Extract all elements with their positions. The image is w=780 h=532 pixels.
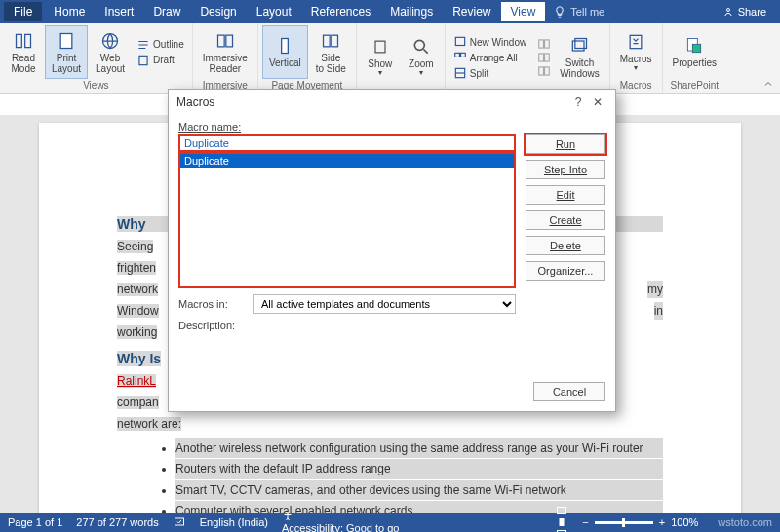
step-into-button[interactable]: Step Into: [526, 160, 605, 179]
menu-review[interactable]: Review: [443, 2, 500, 21]
side-to-side-button[interactable]: Side to Side: [310, 25, 352, 79]
svg-rect-3: [139, 56, 147, 64]
dialog-close-button[interactable]: ✕: [588, 95, 607, 109]
collapse-ribbon-button[interactable]: [762, 78, 774, 90]
edit-button[interactable]: Edit: [526, 185, 605, 205]
book-check-icon: [173, 516, 186, 528]
svg-rect-18: [545, 67, 550, 75]
reset-window-icon[interactable]: [536, 51, 552, 64]
macros-button[interactable]: Macros▾: [614, 25, 658, 79]
zoom-out-button[interactable]: −: [582, 516, 588, 528]
menu-view[interactable]: View: [501, 2, 546, 21]
outline-icon: [136, 38, 150, 52]
page-count[interactable]: Page 1 of 1: [8, 516, 62, 528]
cancel-button[interactable]: Cancel: [533, 382, 605, 401]
zoom-button[interactable]: Zoom▾: [402, 25, 441, 90]
new-window-button[interactable]: New Window: [449, 34, 530, 50]
heading-2: Why Is: [117, 351, 161, 366]
organizer-button[interactable]: Organizer...: [526, 261, 605, 281]
web-layout-button[interactable]: Web Layout: [90, 25, 131, 79]
list-item: Another wireless network configuration u…: [176, 438, 663, 458]
vertical-button[interactable]: Vertical: [262, 25, 308, 79]
print-view-icon: [555, 516, 568, 528]
menu-references[interactable]: References: [301, 2, 380, 21]
status-bar: Page 1 of 1 277 of 277 words English (In…: [0, 513, 780, 532]
share-button[interactable]: Share: [713, 3, 776, 20]
run-button[interactable]: Run: [526, 134, 605, 154]
macro-name-label: Macro name:: [178, 121, 516, 133]
group-sharepoint-label: SharePoint: [671, 79, 719, 93]
description-box[interactable]: [178, 333, 516, 366]
vertical-icon: [275, 36, 294, 56]
sync-scroll-icon[interactable]: [536, 37, 552, 51]
svg-rect-1: [60, 33, 72, 48]
chevron-up-icon: [762, 78, 774, 90]
menu-design[interactable]: Design: [190, 2, 246, 21]
para-2c: network are:: [117, 415, 663, 433]
tell-me[interactable]: Tell me: [553, 5, 604, 19]
create-button[interactable]: Create: [526, 210, 605, 230]
menu-mailings[interactable]: Mailings: [380, 2, 443, 21]
svg-rect-13: [539, 40, 544, 48]
page-icon: [57, 31, 76, 51]
svg-rect-9: [455, 37, 464, 45]
read-view-icon: [555, 505, 568, 516]
list-item: Routers with the default IP address rang…: [176, 459, 663, 478]
svg-rect-6: [332, 35, 338, 47]
web-view-icon: [555, 528, 568, 532]
zoom-in-button[interactable]: +: [659, 516, 665, 528]
macro-list-item[interactable]: Duplicate: [180, 154, 514, 168]
menu-file[interactable]: File: [4, 2, 42, 21]
list-item: Computer with several enabled network ca…: [176, 501, 663, 513]
print-layout-button[interactable]: Print Layout: [45, 25, 88, 79]
language-status[interactable]: English (India): [200, 516, 268, 528]
group-macros-label: Macros: [620, 79, 652, 93]
view-side-icon[interactable]: [536, 64, 552, 78]
menu-bar: File Home Insert Draw Design Layout Refe…: [0, 0, 780, 23]
menu-insert[interactable]: Insert: [95, 2, 143, 21]
immersive-reader-button[interactable]: Immersive Reader: [197, 25, 254, 79]
dialog-help-button[interactable]: ?: [568, 95, 588, 109]
macros-in-select[interactable]: All active templates and documents: [253, 294, 516, 314]
macros-in-label: Macros in:: [178, 298, 247, 310]
accessibility-icon: [282, 511, 293, 522]
bulb-icon: [553, 5, 566, 19]
svg-rect-11: [460, 53, 465, 57]
svg-rect-4: [282, 39, 289, 54]
macro-list[interactable]: Duplicate: [178, 152, 516, 288]
arrange-all-button[interactable]: Arrange All: [449, 50, 530, 65]
draft-button[interactable]: Draft: [133, 53, 188, 68]
svg-rect-14: [545, 40, 550, 48]
delete-button[interactable]: Delete: [526, 236, 605, 255]
properties-button[interactable]: Properties: [667, 25, 723, 79]
accessibility-status[interactable]: Accessibility: Good to go: [282, 511, 399, 532]
spell-check-icon[interactable]: [173, 516, 186, 528]
switch-windows-button[interactable]: Switch Windows: [554, 25, 605, 90]
properties-icon: [684, 36, 704, 56]
split-button[interactable]: Split: [449, 65, 530, 81]
svg-rect-7: [375, 41, 385, 53]
zoom-slider[interactable]: [595, 521, 653, 524]
menu-draw[interactable]: Draw: [143, 2, 190, 21]
show-button[interactable]: Show▾: [361, 25, 400, 90]
menu-layout[interactable]: Layout: [247, 2, 301, 21]
menu-home[interactable]: Home: [44, 2, 95, 21]
zoom-icon: [411, 37, 431, 57]
watermark: wstoto.com: [718, 516, 772, 528]
macro-name-input[interactable]: [180, 136, 514, 150]
macros-dialog: Macros ? ✕ Macro name: Duplicate Macros …: [168, 89, 616, 412]
word-count[interactable]: 277 of 277 words: [76, 516, 158, 528]
description-label: Description:: [178, 320, 516, 331]
view-buttons[interactable]: [555, 505, 568, 532]
group-views-label: Views: [83, 79, 109, 93]
draft-icon: [136, 54, 150, 67]
dialog-title: Macros: [176, 95, 214, 109]
arrange-icon: [453, 51, 467, 64]
globe-icon: [100, 31, 120, 51]
share-icon: [722, 6, 734, 18]
svg-rect-17: [539, 67, 544, 75]
outline-button[interactable]: Outline: [133, 37, 188, 53]
read-mode-button[interactable]: Read Mode: [4, 25, 43, 79]
macro-name-input-wrap: [178, 134, 516, 152]
zoom-value[interactable]: 100%: [671, 516, 698, 528]
